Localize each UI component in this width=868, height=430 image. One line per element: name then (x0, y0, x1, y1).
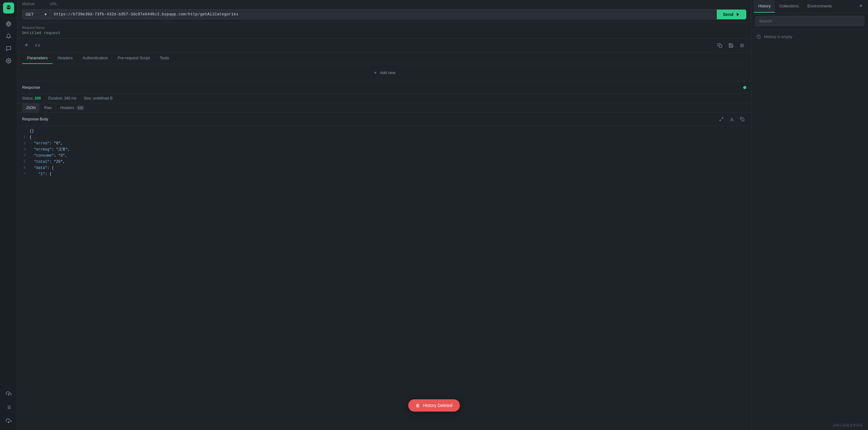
send-label: Send (723, 12, 733, 17)
status-code: 200 (35, 96, 41, 100)
response-tab-json[interactable]: JSON (22, 103, 39, 112)
code-editor: {} 1 { 2 "errno": "0", 3 "errmsg": "正常",… (17, 126, 751, 430)
request-name-section: Request Name Untitled request (17, 23, 751, 39)
add-new-label: Add new (380, 70, 396, 75)
bell-icon[interactable] (3, 31, 14, 42)
tab-parameters[interactable]: Parameters (22, 53, 53, 64)
response-tabs-bar: JSON Raw Headers • 6 (17, 103, 751, 113)
request-name-value: Untitled request (22, 31, 746, 35)
clock-icon (756, 35, 761, 39)
main-content: Method URL GET ▾ Send Request Name Untit… (17, 0, 751, 430)
response-header: Response (17, 81, 751, 94)
history-empty-state: History is empty (751, 30, 868, 44)
toast-icon: 🗑 (415, 403, 420, 408)
svg-marker-14 (737, 12, 739, 16)
copy-icon[interactable] (716, 41, 724, 50)
code-line-1: 1 { (17, 135, 751, 141)
response-title: Response (22, 85, 40, 90)
duration-value: 340 ms (64, 96, 76, 100)
code-line-5: 5 "total": "25", (17, 159, 751, 165)
response-body-title: Response Body (22, 117, 48, 121)
size-value: undefined B (93, 96, 113, 100)
response-panel: Response Status: 200 Duration: 340 ms Si… (17, 81, 751, 430)
svg-line-23 (720, 120, 721, 121)
tab-tests[interactable]: Tests (155, 53, 174, 64)
svg-line-22 (722, 118, 723, 119)
sort-icon[interactable] (22, 41, 31, 50)
search-box (751, 13, 868, 30)
status-label: Status: 200 (22, 96, 41, 100)
toast-notification: 🗑 History Deleted (408, 399, 460, 411)
code-line-2: 2 "errno": "0", (17, 141, 751, 147)
status-indicator (743, 86, 746, 89)
copy-response-icon[interactable] (738, 115, 746, 123)
download-response-icon[interactable] (728, 115, 736, 123)
toast-label: History Deleted (423, 403, 453, 408)
tab-authentication[interactable]: Authentication (78, 53, 113, 64)
right-tab-environments[interactable]: Environments (803, 0, 836, 12)
right-panel-tabs: History Collections Environments (751, 0, 868, 13)
expand-icon[interactable] (717, 115, 725, 123)
response-body-actions (717, 115, 746, 123)
toolbar-right (716, 41, 746, 50)
toolbar-left (22, 41, 42, 50)
cloud-upload-icon[interactable] (3, 388, 14, 399)
method-value: GET (26, 12, 34, 16)
response-tab-headers[interactable]: Headers • 6 (57, 103, 88, 112)
code-line-6: 6 "data": { (17, 165, 751, 171)
tab-pre-request-script[interactable]: Pre-request Script (113, 53, 155, 64)
send-button[interactable]: Send (717, 9, 746, 19)
response-meta: Status: 200 Duration: 340 ms Size: undef… (17, 94, 751, 103)
close-panel-icon (859, 4, 863, 8)
headers-count-badge: • 6 (76, 106, 84, 110)
right-panel: History Collections Environments History… (751, 0, 868, 430)
history-empty-text: History is empty (764, 34, 792, 39)
save-icon[interactable] (726, 41, 735, 50)
url-input[interactable] (50, 9, 717, 19)
send-icon (736, 12, 740, 16)
right-tab-collections[interactable]: Collections (775, 0, 803, 12)
duration-label: Duration: 340 ms (48, 96, 76, 100)
method-chevron-icon: ▾ (44, 12, 47, 16)
plus-icon (373, 71, 377, 75)
menu-icon[interactable] (738, 41, 746, 50)
response-body-header: Response Body (17, 113, 751, 126)
svg-rect-25 (742, 119, 744, 121)
code-line-7: 7 "1": { (17, 171, 751, 177)
size-label: Size: undefined B (84, 96, 113, 100)
code-line-empty: {} (17, 128, 751, 135)
sidebar (0, 0, 17, 430)
url-bar: GET ▾ Send (17, 6, 751, 23)
request-name-label: Request Name (22, 26, 746, 30)
request-panel: Method URL GET ▾ Send Request Name Untit… (17, 0, 751, 430)
history-search-input[interactable] (755, 16, 864, 26)
cloud-download-icon[interactable] (3, 415, 14, 426)
right-panel-close-button[interactable] (856, 2, 866, 10)
svg-point-5 (8, 60, 9, 62)
app-logo[interactable] (3, 2, 14, 13)
url-column-label: URL (50, 2, 746, 6)
url-bar-labels: Method URL (17, 0, 751, 6)
method-column-label: Method (22, 2, 50, 6)
response-tab-raw[interactable]: Raw (40, 103, 55, 112)
svg-point-1 (7, 6, 8, 8)
sidebar-bottom (3, 388, 14, 428)
footer-attribution: @稀土掘金技术社区 (833, 423, 863, 428)
svg-rect-16 (719, 45, 722, 47)
alien-icon (5, 5, 12, 11)
method-select[interactable]: GET ▾ (22, 9, 50, 19)
svg-point-0 (6, 5, 10, 10)
svg-point-2 (9, 6, 10, 8)
code-icon[interactable] (33, 41, 42, 50)
add-new-section[interactable]: Add new (17, 64, 751, 81)
request-toolbar (17, 39, 751, 53)
comment-icon[interactable] (3, 43, 14, 54)
lines-icon[interactable] (3, 402, 14, 413)
right-tab-history[interactable]: History (754, 0, 775, 12)
globe-icon[interactable] (3, 19, 14, 30)
code-line-3: 3 "errmsg": "正常", (17, 147, 751, 153)
tab-headers[interactable]: Headers (53, 53, 78, 64)
code-line-4: 4 "consume": "3", (17, 153, 751, 159)
request-tabs-bar: Parameters Headers Authentication Pre-re… (17, 53, 751, 64)
settings-icon[interactable] (3, 55, 14, 66)
